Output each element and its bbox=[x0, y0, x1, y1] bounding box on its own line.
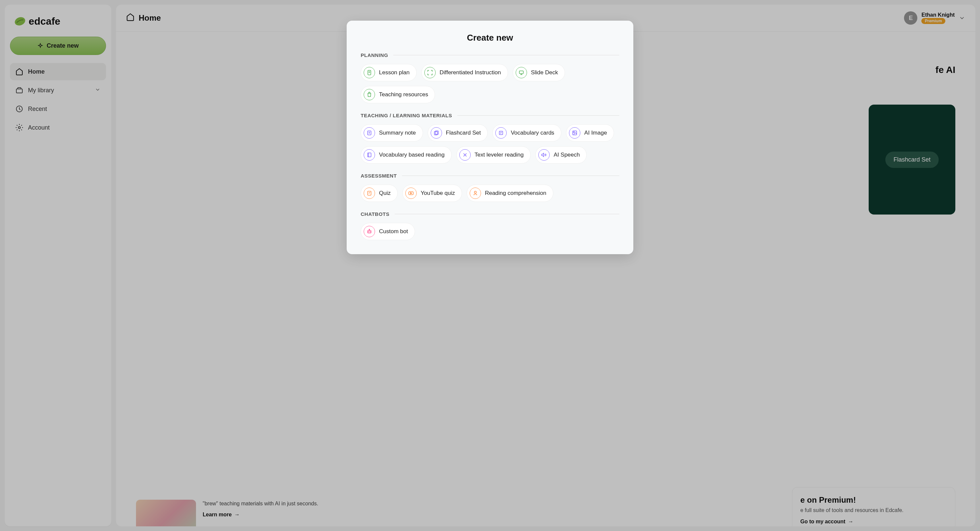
option-summary-note[interactable]: Summary note bbox=[361, 124, 423, 141]
planning-options: Lesson plan Differentiated Instruction S… bbox=[361, 64, 619, 103]
svg-rect-15 bbox=[500, 131, 503, 135]
option-reading-comprehension[interactable]: Reading comprehension bbox=[467, 185, 553, 202]
youtube-icon bbox=[405, 187, 417, 199]
document-icon bbox=[364, 67, 375, 78]
svg-point-19 bbox=[573, 132, 574, 133]
cards-icon bbox=[431, 127, 442, 139]
level-icon bbox=[459, 149, 471, 160]
modal-overlay[interactable]: Create new PLANNING Lesson plan Differen… bbox=[0, 0, 980, 531]
svg-rect-7 bbox=[519, 71, 523, 74]
option-custom-bot[interactable]: Custom bot bbox=[361, 223, 415, 240]
book-icon bbox=[364, 149, 375, 160]
option-lesson-plan[interactable]: Lesson plan bbox=[361, 64, 417, 81]
assessment-options: Quiz YouTube quiz Reading comprehension bbox=[361, 185, 619, 202]
option-vocabulary-cards[interactable]: Vocabulary cards bbox=[492, 124, 561, 141]
quiz-icon bbox=[364, 187, 375, 199]
modal-title: Create new bbox=[361, 33, 619, 43]
option-teaching-resources[interactable]: Teaching resources bbox=[361, 86, 435, 103]
reading-icon bbox=[470, 187, 481, 199]
svg-rect-18 bbox=[573, 131, 577, 135]
image-icon bbox=[569, 127, 580, 139]
split-icon bbox=[424, 67, 436, 78]
bot-icon bbox=[364, 226, 375, 237]
option-quiz[interactable]: Quiz bbox=[361, 185, 398, 202]
speaker-icon bbox=[538, 149, 550, 160]
teaching-options: Summary note Flashcard Set Vocabulary ca… bbox=[361, 124, 619, 163]
svg-rect-20 bbox=[368, 153, 371, 157]
bag-icon bbox=[364, 89, 375, 100]
option-vocabulary-reading[interactable]: Vocabulary based reading bbox=[361, 146, 452, 163]
option-ai-speech[interactable]: AI Speech bbox=[535, 146, 587, 163]
option-youtube-quiz[interactable]: YouTube quiz bbox=[402, 185, 462, 202]
section-header-assessment: ASSESSMENT bbox=[361, 173, 619, 179]
svg-point-27 bbox=[370, 231, 371, 232]
note-icon bbox=[364, 127, 375, 139]
chatbots-options: Custom bot bbox=[361, 223, 619, 240]
section-header-chatbots: CHATBOTS bbox=[361, 211, 619, 217]
option-flashcard-set[interactable]: Flashcard Set bbox=[428, 124, 488, 141]
option-ai-image[interactable]: AI Image bbox=[566, 124, 614, 141]
option-differentiated-instruction[interactable]: Differentiated Instruction bbox=[422, 64, 508, 81]
create-new-modal: Create new PLANNING Lesson plan Differen… bbox=[347, 21, 633, 254]
svg-point-26 bbox=[368, 231, 369, 232]
svg-point-24 bbox=[474, 191, 476, 193]
presentation-icon bbox=[515, 67, 527, 78]
option-slide-deck[interactable]: Slide Deck bbox=[513, 64, 565, 81]
section-header-teaching: TEACHING / LEARNING MATERIALS bbox=[361, 113, 619, 118]
section-header-planning: PLANNING bbox=[361, 52, 619, 58]
vocab-icon bbox=[495, 127, 507, 139]
option-text-leveler[interactable]: Text leveler reading bbox=[457, 146, 531, 163]
